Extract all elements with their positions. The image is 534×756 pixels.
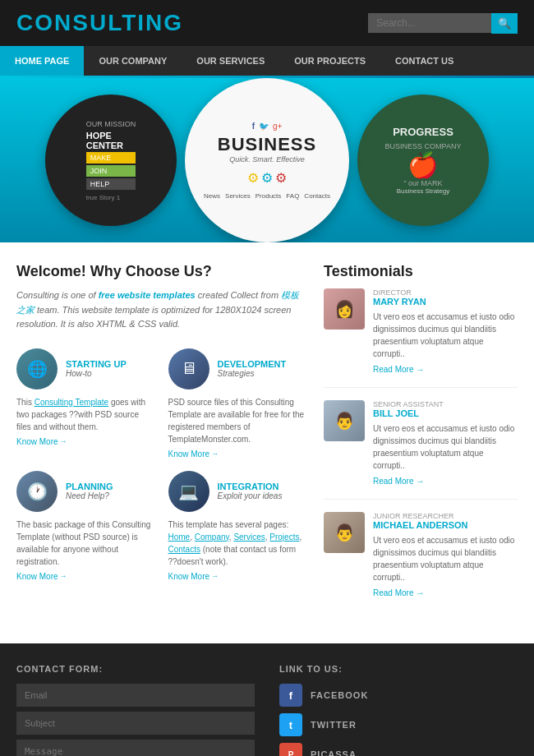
biz-strategy-label: Business Strategy: [385, 187, 462, 195]
avatar-3: 👨: [324, 512, 365, 553]
circle-right-content: PROGRESS BUSINESS COMPANY 🍎 " our MARK B…: [373, 113, 474, 207]
read-more-2[interactable]: Read More →: [373, 477, 424, 486]
nav-home[interactable]: HOME PAGE: [0, 46, 84, 76]
contact-form: [16, 684, 255, 756]
fb-mini: f: [252, 122, 255, 131]
progress-label: PROGRESS: [385, 126, 462, 138]
nav-contact[interactable]: CONTACT US: [380, 46, 468, 76]
hero-circle-right: PROGRESS BUSINESS COMPANY 🍎 " our MARK B…: [357, 94, 489, 226]
testimonial-content-2: Senior assistant BILL JOEL Ut vero eos e…: [373, 400, 518, 486]
nav-company[interactable]: OUR COMPANY: [84, 46, 182, 76]
know-more-4[interactable]: Know More: [168, 572, 308, 581]
service-header-1: 🌐 STARTING UP How-to: [16, 348, 156, 390]
free-templates-link[interactable]: free website templates: [99, 290, 196, 300]
service-title-label-4: INTEGRATION: [218, 482, 283, 491]
social-icons-row: f 🐦 g+: [204, 122, 330, 131]
know-more-1[interactable]: Know More: [16, 437, 156, 446]
nav-news: News: [204, 192, 220, 200]
our-mark-label: " our MARK: [385, 179, 462, 187]
hero-circle-left: OUR MISSION HOPECENTER MAKE JOIN HELP tr…: [45, 94, 177, 226]
tw-mini: 🐦: [259, 122, 269, 131]
help-label: HELP: [86, 178, 136, 190]
subject-field[interactable]: [16, 712, 255, 735]
social-twitter[interactable]: t TWITTER: [279, 713, 518, 736]
service-desc-3: The basic package of this Consulting Tem…: [16, 519, 156, 568]
join-label: JOIN: [86, 165, 136, 177]
social-facebook[interactable]: f FACEBOOK: [279, 684, 518, 707]
service-starting-up: 🌐 STARTING UP How-to This Consulting Tem…: [16, 348, 156, 459]
links-heading: LINK TO US:: [279, 664, 518, 674]
avatar-1: 👩: [324, 288, 365, 330]
footer: CONTACT FORM: Clear Send LINK TO US: f F…: [0, 643, 534, 756]
company-link[interactable]: Company: [195, 532, 229, 542]
contact-form-heading: CONTACT FORM:: [16, 664, 255, 674]
our-mission-label: OUR MISSION: [86, 120, 136, 128]
read-more-1[interactable]: Read More →: [373, 365, 424, 374]
logo-c: C: [16, 10, 35, 35]
picassa-label: PICASSA: [311, 749, 357, 756]
story-label: true Story 1: [86, 194, 136, 201]
testimonial-1: 👩 Director MARY RYAN Ut vero eos et accu…: [324, 288, 518, 388]
nav-faq: FAQ: [286, 192, 299, 200]
clock-icon: 🕐: [16, 471, 58, 512]
know-more-2[interactable]: Know More: [168, 449, 308, 459]
right-column: Testimonials 👩 Director MARY RYAN Ut ver…: [324, 263, 518, 623]
business-company-label: BUSINESS COMPANY: [385, 142, 462, 150]
picassa-icon: P: [279, 743, 302, 756]
services-grid: 🌐 STARTING UP How-to This Consulting Tem…: [16, 348, 307, 581]
avatar-placeholder-2: 👨: [324, 400, 365, 441]
hero-circle-center: f 🐦 g+ BUSINESS Quick. Smart. Effective …: [185, 78, 349, 242]
service-title-2: DEVELOPMENT Strategies: [218, 359, 287, 378]
testimonial-name-2: BILL JOEL: [373, 408, 518, 418]
welcome-heading: Welcome! Why Choose Us?: [16, 263, 307, 280]
email-field[interactable]: [16, 684, 255, 707]
gear-red: ⚙: [275, 170, 287, 186]
testimonial-role-3: Junior researcher: [373, 512, 518, 520]
service-header-4: 💻 INTEGRATION Exploit your ideas: [168, 471, 308, 512]
service-development: 🖥 DEVELOPMENT Strategies PSD source file…: [168, 348, 308, 459]
consulting-template-link-1[interactable]: Consulting Template: [35, 398, 108, 407]
avatar-placeholder-3: 👨: [324, 512, 365, 553]
service-desc-1: This Consulting Template goes with two p…: [16, 396, 156, 433]
business-subtitle: Quick. Smart. Effective: [204, 155, 330, 164]
avatar-2: 👨: [324, 400, 365, 441]
hope-center-label: HOPECENTER: [86, 131, 136, 150]
services-link[interactable]: Services: [233, 532, 265, 542]
service-title-1: STARTING UP How-to: [66, 359, 127, 378]
search-input[interactable]: [368, 13, 491, 33]
service-title-label-1: STARTING UP: [66, 359, 127, 369]
twitter-label: TWITTER: [311, 720, 357, 730]
read-more-3[interactable]: Read More →: [373, 588, 424, 597]
testimonial-role-1: Director: [373, 288, 518, 297]
social-picassa[interactable]: P PICASSA: [279, 743, 518, 756]
search-button[interactable]: 🔍: [491, 13, 518, 34]
hero-section: OUR MISSION HOPECENTER MAKE JOIN HELP tr…: [0, 78, 534, 242]
service-subtitle-2: Strategies: [218, 369, 287, 378]
circle-center-content: f 🐦 g+ BUSINESS Quick. Smart. Effective …: [187, 105, 347, 216]
nav-contacts: Contacts: [304, 192, 330, 200]
testimonial-text-3: Ut vero eos et accusamus et iusto odio d…: [373, 534, 518, 583]
testimonial-content-3: Junior researcher MICHAEL ANDERSON Ut ve…: [373, 512, 518, 598]
nav-services[interactable]: OUR SERVICES: [182, 46, 279, 76]
circle-center-nav: News Services Products FAQ Contacts: [204, 192, 330, 200]
nav-products: Products: [255, 192, 282, 200]
header: CONSULTING 🔍: [0, 0, 534, 46]
service-title-4: INTEGRATION Exploit your ideas: [218, 482, 283, 500]
service-desc-2: PSD source files of this Consulting Temp…: [168, 396, 308, 445]
know-more-3[interactable]: Know More: [16, 572, 156, 581]
testimonial-2: 👨 Senior assistant BILL JOEL Ut vero eos…: [324, 400, 518, 500]
home-link[interactable]: Home: [168, 532, 191, 542]
facebook-label: FACEBOOK: [311, 690, 368, 700]
nav-projects[interactable]: OUR PROJECTS: [279, 46, 380, 76]
business-title: BUSINESS: [204, 134, 330, 155]
footer-right: LINK TO US: f FACEBOOK t TWITTER P PICAS…: [279, 664, 518, 756]
logo-rest: ONSULTING: [35, 10, 183, 35]
testimonial-name-3: MICHAEL ANDERSON: [373, 520, 518, 530]
logo: CONSULTING: [16, 10, 183, 36]
projects-link[interactable]: Projects: [269, 532, 299, 542]
message-field[interactable]: [16, 740, 255, 756]
hero-circles: OUR MISSION HOPECENTER MAKE JOIN HELP tr…: [0, 78, 534, 242]
contacts-link[interactable]: Contacts: [168, 545, 200, 554]
circle-left-content: OUR MISSION HOPECENTER MAKE JOIN HELP tr…: [74, 108, 149, 214]
avatar-placeholder-1: 👩: [324, 288, 365, 330]
